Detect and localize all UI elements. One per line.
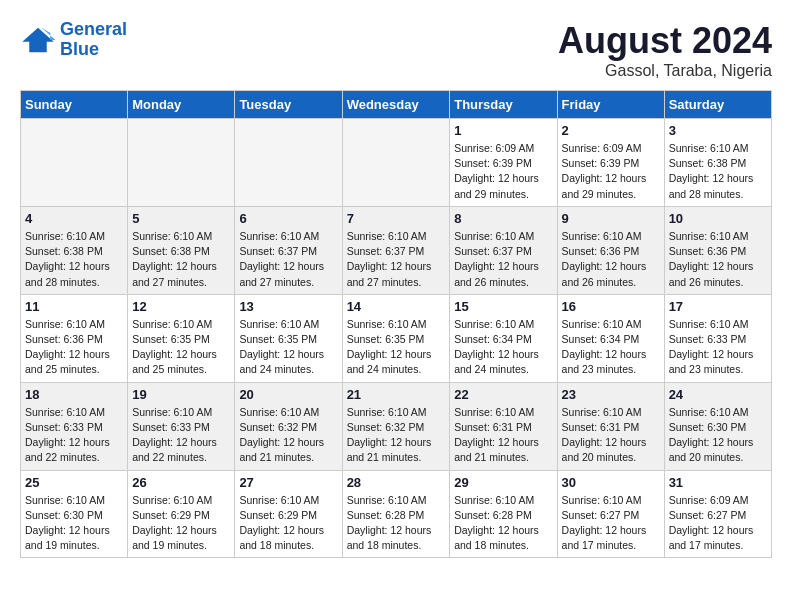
day-number: 21 — [347, 387, 446, 402]
day-info: Sunrise: 6:10 AM Sunset: 6:30 PM Dayligh… — [669, 405, 767, 466]
day-number: 3 — [669, 123, 767, 138]
calendar-cell: 10Sunrise: 6:10 AM Sunset: 6:36 PM Dayli… — [664, 206, 771, 294]
day-info: Sunrise: 6:10 AM Sunset: 6:30 PM Dayligh… — [25, 493, 123, 554]
day-info: Sunrise: 6:10 AM Sunset: 6:36 PM Dayligh… — [25, 317, 123, 378]
calendar-cell: 18Sunrise: 6:10 AM Sunset: 6:33 PM Dayli… — [21, 382, 128, 470]
day-info: Sunrise: 6:10 AM Sunset: 6:28 PM Dayligh… — [454, 493, 552, 554]
calendar-cell: 2Sunrise: 6:09 AM Sunset: 6:39 PM Daylig… — [557, 119, 664, 207]
weekday-header-wednesday: Wednesday — [342, 91, 450, 119]
day-number: 7 — [347, 211, 446, 226]
calendar-cell: 16Sunrise: 6:10 AM Sunset: 6:34 PM Dayli… — [557, 294, 664, 382]
logo-line2: Blue — [60, 39, 99, 59]
calendar-cell: 7Sunrise: 6:10 AM Sunset: 6:37 PM Daylig… — [342, 206, 450, 294]
calendar-cell: 17Sunrise: 6:10 AM Sunset: 6:33 PM Dayli… — [664, 294, 771, 382]
weekday-header-friday: Friday — [557, 91, 664, 119]
day-info: Sunrise: 6:10 AM Sunset: 6:29 PM Dayligh… — [239, 493, 337, 554]
day-info: Sunrise: 6:10 AM Sunset: 6:35 PM Dayligh… — [239, 317, 337, 378]
day-info: Sunrise: 6:10 AM Sunset: 6:35 PM Dayligh… — [347, 317, 446, 378]
day-number: 15 — [454, 299, 552, 314]
weekday-header-tuesday: Tuesday — [235, 91, 342, 119]
weekday-header-sunday: Sunday — [21, 91, 128, 119]
calendar-cell: 28Sunrise: 6:10 AM Sunset: 6:28 PM Dayli… — [342, 470, 450, 558]
day-info: Sunrise: 6:10 AM Sunset: 6:31 PM Dayligh… — [454, 405, 552, 466]
calendar-cell: 11Sunrise: 6:10 AM Sunset: 6:36 PM Dayli… — [21, 294, 128, 382]
day-number: 31 — [669, 475, 767, 490]
calendar-cell: 5Sunrise: 6:10 AM Sunset: 6:38 PM Daylig… — [128, 206, 235, 294]
day-number: 20 — [239, 387, 337, 402]
week-row-4: 18Sunrise: 6:10 AM Sunset: 6:33 PM Dayli… — [21, 382, 772, 470]
day-number: 8 — [454, 211, 552, 226]
calendar-cell: 6Sunrise: 6:10 AM Sunset: 6:37 PM Daylig… — [235, 206, 342, 294]
day-info: Sunrise: 6:10 AM Sunset: 6:34 PM Dayligh… — [454, 317, 552, 378]
day-number: 26 — [132, 475, 230, 490]
day-info: Sunrise: 6:10 AM Sunset: 6:28 PM Dayligh… — [347, 493, 446, 554]
day-info: Sunrise: 6:10 AM Sunset: 6:37 PM Dayligh… — [347, 229, 446, 290]
day-number: 12 — [132, 299, 230, 314]
day-info: Sunrise: 6:10 AM Sunset: 6:38 PM Dayligh… — [25, 229, 123, 290]
day-number: 4 — [25, 211, 123, 226]
day-info: Sunrise: 6:10 AM Sunset: 6:33 PM Dayligh… — [25, 405, 123, 466]
calendar-cell: 4Sunrise: 6:10 AM Sunset: 6:38 PM Daylig… — [21, 206, 128, 294]
day-info: Sunrise: 6:09 AM Sunset: 6:39 PM Dayligh… — [562, 141, 660, 202]
weekday-header-row: SundayMondayTuesdayWednesdayThursdayFrid… — [21, 91, 772, 119]
day-number: 5 — [132, 211, 230, 226]
day-info: Sunrise: 6:10 AM Sunset: 6:32 PM Dayligh… — [347, 405, 446, 466]
day-info: Sunrise: 6:10 AM Sunset: 6:34 PM Dayligh… — [562, 317, 660, 378]
day-info: Sunrise: 6:10 AM Sunset: 6:29 PM Dayligh… — [132, 493, 230, 554]
week-row-2: 4Sunrise: 6:10 AM Sunset: 6:38 PM Daylig… — [21, 206, 772, 294]
calendar-cell: 8Sunrise: 6:10 AM Sunset: 6:37 PM Daylig… — [450, 206, 557, 294]
calendar-cell — [21, 119, 128, 207]
day-info: Sunrise: 6:10 AM Sunset: 6:35 PM Dayligh… — [132, 317, 230, 378]
day-info: Sunrise: 6:10 AM Sunset: 6:38 PM Dayligh… — [132, 229, 230, 290]
day-number: 11 — [25, 299, 123, 314]
logo-icon — [20, 26, 56, 54]
day-info: Sunrise: 6:10 AM Sunset: 6:32 PM Dayligh… — [239, 405, 337, 466]
month-year: August 2024 — [558, 20, 772, 62]
day-info: Sunrise: 6:10 AM Sunset: 6:38 PM Dayligh… — [669, 141, 767, 202]
calendar-cell: 19Sunrise: 6:10 AM Sunset: 6:33 PM Dayli… — [128, 382, 235, 470]
day-info: Sunrise: 6:10 AM Sunset: 6:33 PM Dayligh… — [132, 405, 230, 466]
day-number: 6 — [239, 211, 337, 226]
calendar-cell: 21Sunrise: 6:10 AM Sunset: 6:32 PM Dayli… — [342, 382, 450, 470]
day-number: 1 — [454, 123, 552, 138]
day-number: 18 — [25, 387, 123, 402]
day-number: 27 — [239, 475, 337, 490]
day-number: 22 — [454, 387, 552, 402]
calendar: SundayMondayTuesdayWednesdayThursdayFrid… — [20, 90, 772, 558]
calendar-cell: 24Sunrise: 6:10 AM Sunset: 6:30 PM Dayli… — [664, 382, 771, 470]
logo-line1: General — [60, 19, 127, 39]
day-number: 10 — [669, 211, 767, 226]
calendar-cell: 12Sunrise: 6:10 AM Sunset: 6:35 PM Dayli… — [128, 294, 235, 382]
calendar-cell: 25Sunrise: 6:10 AM Sunset: 6:30 PM Dayli… — [21, 470, 128, 558]
weekday-header-thursday: Thursday — [450, 91, 557, 119]
day-number: 13 — [239, 299, 337, 314]
day-number: 24 — [669, 387, 767, 402]
location: Gassol, Taraba, Nigeria — [558, 62, 772, 80]
week-row-5: 25Sunrise: 6:10 AM Sunset: 6:30 PM Dayli… — [21, 470, 772, 558]
logo: General Blue — [20, 20, 127, 60]
calendar-cell: 1Sunrise: 6:09 AM Sunset: 6:39 PM Daylig… — [450, 119, 557, 207]
day-number: 29 — [454, 475, 552, 490]
calendar-cell: 15Sunrise: 6:10 AM Sunset: 6:34 PM Dayli… — [450, 294, 557, 382]
day-number: 28 — [347, 475, 446, 490]
day-info: Sunrise: 6:10 AM Sunset: 6:27 PM Dayligh… — [562, 493, 660, 554]
day-number: 14 — [347, 299, 446, 314]
day-number: 17 — [669, 299, 767, 314]
calendar-cell: 30Sunrise: 6:10 AM Sunset: 6:27 PM Dayli… — [557, 470, 664, 558]
calendar-cell: 27Sunrise: 6:10 AM Sunset: 6:29 PM Dayli… — [235, 470, 342, 558]
calendar-cell — [128, 119, 235, 207]
calendar-cell — [235, 119, 342, 207]
day-number: 25 — [25, 475, 123, 490]
calendar-cell: 20Sunrise: 6:10 AM Sunset: 6:32 PM Dayli… — [235, 382, 342, 470]
day-info: Sunrise: 6:10 AM Sunset: 6:37 PM Dayligh… — [454, 229, 552, 290]
calendar-cell — [342, 119, 450, 207]
day-number: 9 — [562, 211, 660, 226]
day-info: Sunrise: 6:10 AM Sunset: 6:36 PM Dayligh… — [669, 229, 767, 290]
day-number: 2 — [562, 123, 660, 138]
week-row-1: 1Sunrise: 6:09 AM Sunset: 6:39 PM Daylig… — [21, 119, 772, 207]
day-info: Sunrise: 6:09 AM Sunset: 6:27 PM Dayligh… — [669, 493, 767, 554]
day-info: Sunrise: 6:10 AM Sunset: 6:37 PM Dayligh… — [239, 229, 337, 290]
calendar-cell: 14Sunrise: 6:10 AM Sunset: 6:35 PM Dayli… — [342, 294, 450, 382]
weekday-header-saturday: Saturday — [664, 91, 771, 119]
calendar-cell: 26Sunrise: 6:10 AM Sunset: 6:29 PM Dayli… — [128, 470, 235, 558]
